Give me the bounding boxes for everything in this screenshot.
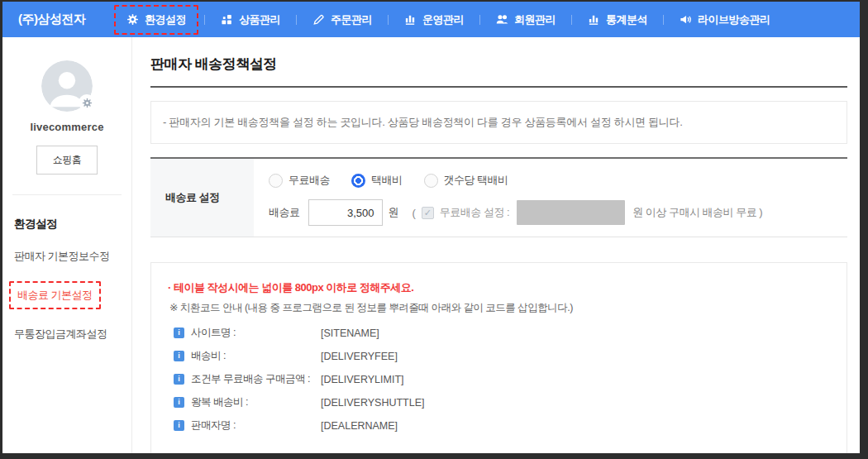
nav-item-statistics[interactable]: 통계분석: [578, 6, 657, 34]
info-icon: [174, 420, 184, 431]
nav-item-products[interactable]: 상품관리: [211, 6, 290, 34]
list-item: 판매자명 : [DEALERNAME]: [166, 418, 832, 433]
megaphone-icon: [680, 13, 692, 26]
nav-item-label: 주문관리: [331, 12, 372, 27]
nav-separator: [204, 15, 205, 25]
shipping-fee-input[interactable]: [308, 199, 383, 226]
page-title: 판매자 배송정책설정: [150, 55, 847, 74]
list-item: 배송비 : [DELIVERYFEE]: [166, 349, 832, 363]
main-nav: 환경설정 상품관리 주문관리 운영관리: [114, 2, 780, 37]
brand-name: (주)삼성전자: [2, 12, 114, 27]
radio-icon-checked[interactable]: [351, 174, 365, 188]
gear-icon: [126, 13, 139, 26]
sidebar-section-title: 환경설정: [14, 217, 131, 232]
list-item: 사이트명 : [SITENAME]: [166, 326, 832, 340]
free-condition-suffix: 원 이상 구매시 배송비 무료 ): [632, 205, 762, 220]
shipping-fee-form: 배송료 설정 무료배송 택배비 갯수당 택배비: [150, 157, 847, 237]
info-icon: [174, 351, 184, 361]
code-label: 판매자명 :: [191, 418, 321, 433]
nav-item-label: 라이브방송관리: [698, 12, 770, 27]
nav-item-settings[interactable]: 환경설정: [114, 5, 198, 35]
code-value: [DEALERNAME]: [321, 420, 398, 432]
profile-gear-icon[interactable]: [79, 94, 95, 111]
top-nav: (주)삼성전자 환경설정 상품관리 주문관리: [2, 2, 860, 37]
paren-open: (: [413, 207, 416, 219]
radio-per-item-fee[interactable]: 갯수당 택배비: [424, 173, 508, 188]
shipping-fee-row: 배송료 원 ( 무료배송 설정 : 원 이상 구매시 배송비 무료 ): [269, 199, 847, 226]
pencil-icon: [312, 13, 325, 26]
info-icon: [174, 397, 184, 408]
sidebar-divider: [12, 194, 122, 195]
code-value: [SITENAME]: [321, 328, 379, 339]
nav-item-operations[interactable]: 운영관리: [394, 6, 474, 34]
shop-home-wrap: 쇼핑홈: [2, 146, 131, 175]
nav-separator: [479, 15, 480, 25]
radio-label: 택배비: [371, 173, 403, 188]
page-body: livecommerce 쇼핑홈 환경설정 판매자 기본정보수정 배송료 기본설…: [2, 37, 860, 453]
nav-item-members[interactable]: 회원관리: [486, 6, 565, 34]
sidebar-item-shipping-settings[interactable]: 배송료 기본설정: [9, 281, 101, 309]
nav-separator: [296, 15, 297, 25]
table-width-warning: · 테이블 작성시에는 넓이를 800px 이하로 정해주세요.: [166, 280, 832, 295]
nav-item-label: 회원관리: [514, 12, 556, 27]
nav-item-label: 운영관리: [422, 12, 464, 27]
nav-item-label: 환경설정: [145, 12, 186, 27]
form-row-label: 배송료 설정: [150, 159, 254, 237]
bar-chart-icon: [588, 13, 600, 26]
code-label: 사이트명 :: [191, 326, 321, 340]
bar-chart-icon: [404, 13, 417, 26]
replacement-code-guide: ※ 치환코드 안내 (내용 중 프로그램으로 된 정보를 뿌려줄때 아래와 같이…: [166, 301, 832, 315]
list-item: 조건부 무료배송 구매금액 : [DELIVERYLIMIT]: [166, 372, 832, 386]
free-condition-amount-input-disabled: [517, 200, 625, 225]
main-content: 판매자 배송정책설정 - 판매자의 기본 배송정책을 설정 하는 곳입니다. 상…: [132, 37, 860, 453]
blocks-icon: [221, 13, 233, 26]
fee-unit: 원: [389, 205, 399, 220]
free-condition-label: 무료배송 설정 :: [440, 205, 509, 220]
form-row-content: 무료배송 택배비 갯수당 택배비 배송료: [254, 159, 847, 237]
radio-icon[interactable]: [424, 174, 438, 188]
radio-label: 갯수당 택배비: [444, 173, 508, 188]
code-label: 왕복 배송비 :: [191, 395, 321, 409]
sidebar-item-bank-account[interactable]: 무통장입금계좌설정: [14, 327, 131, 342]
notice-box: · 테이블 작성시에는 넓이를 800px 이하로 정해주세요. ※ 치환코드 …: [150, 262, 847, 453]
nav-item-label: 통계분석: [606, 12, 647, 27]
replacement-code-list: 사이트명 : [SITENAME] 배송비 : [DELIVERYFEE] 조건…: [166, 326, 832, 433]
code-label: 배송비 :: [191, 349, 321, 363]
code-value: [DELIVERYSHUTTLE]: [321, 397, 425, 409]
code-value: [DELIVERYLIMIT]: [321, 374, 404, 385]
code-label: 조건부 무료배송 구매금액 :: [191, 372, 321, 386]
radio-free-shipping[interactable]: 무료배송: [269, 173, 330, 188]
profile-section: [2, 60, 131, 112]
nav-separator: [663, 15, 664, 25]
avatar[interactable]: [41, 60, 93, 112]
seller-username: livecommerce: [2, 121, 131, 133]
shipping-type-radios: 무료배송 택배비 갯수당 택배비: [269, 169, 847, 192]
app-window: (주)삼성전자 환경설정 상품관리 주문관리: [0, 0, 868, 459]
shop-home-button[interactable]: 쇼핑홈: [36, 146, 98, 175]
nav-separator: [571, 15, 572, 25]
nav-separator: [388, 15, 389, 25]
description-box: - 판매자의 기본 배송정책을 설정 하는 곳입니다. 상품당 배송정책이 다를…: [150, 101, 847, 144]
list-item: 왕복 배송비 : [DELIVERYSHUTTLE]: [166, 395, 832, 409]
fee-label: 배송료: [269, 205, 300, 220]
nav-item-live-broadcast[interactable]: 라이브방송관리: [670, 6, 780, 34]
radio-icon[interactable]: [269, 174, 283, 188]
radio-label: 무료배송: [289, 173, 330, 188]
users-icon: [496, 13, 508, 26]
nav-item-orders[interactable]: 주문관리: [303, 6, 382, 34]
title-divider: [150, 86, 847, 88]
info-icon: [174, 328, 184, 338]
free-shipping-checkbox-disabled: [422, 207, 434, 219]
nav-item-label: 상품관리: [239, 12, 280, 27]
radio-courier-fee[interactable]: 택배비: [351, 173, 403, 188]
sidebar: livecommerce 쇼핑홈 환경설정 판매자 기본정보수정 배송료 기본설…: [2, 37, 132, 453]
code-value: [DELIVERYFEE]: [321, 351, 398, 362]
sidebar-item-seller-info[interactable]: 판매자 기본정보수정: [14, 249, 131, 264]
info-icon: [174, 374, 184, 385]
